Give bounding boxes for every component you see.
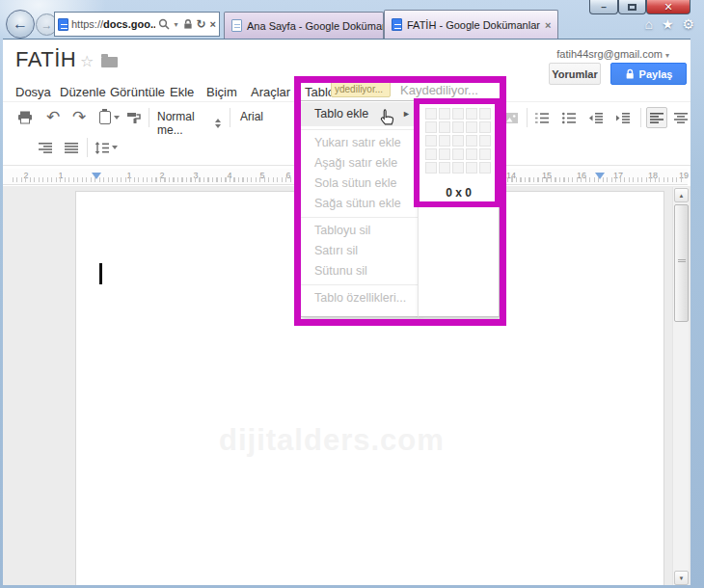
tab-fatih-active[interactable]: FATİH - Google Dokümanlar × xyxy=(384,10,558,39)
ruler-label: 2 xyxy=(159,171,164,180)
minimize-button[interactable]: – xyxy=(589,0,618,14)
ruler-label: 1 xyxy=(58,171,63,180)
close-window-button[interactable]: ✕ xyxy=(646,0,690,14)
tab-label: Ana Sayfa - Google Dokümanlar xyxy=(247,20,384,32)
account-menu[interactable]: fatih44srg@gmail.com ▾ xyxy=(556,48,669,60)
redo-icon[interactable]: ↷ xyxy=(69,109,89,126)
ruler-label: 16 xyxy=(577,171,586,180)
ruler-label: 1 xyxy=(126,171,131,180)
menu-araclar[interactable]: Araçlar xyxy=(251,85,290,99)
font-dropdown[interactable]: Arial xyxy=(240,110,263,123)
align-left-icon[interactable] xyxy=(646,107,667,128)
docs-favicon-icon xyxy=(392,18,402,31)
stop-icon[interactable]: × xyxy=(210,18,216,30)
line-spacing-icon[interactable] xyxy=(93,139,112,156)
maximize-button[interactable] xyxy=(618,0,646,14)
print-icon[interactable] xyxy=(15,109,35,126)
vertical-scrollbar[interactable]: ▲ ▼ xyxy=(672,187,689,585)
window-controls: – ✕ xyxy=(589,0,690,14)
ruler-label: 18 xyxy=(648,171,658,180)
ruler-label: 17 xyxy=(613,171,623,180)
line-spacing-dropdown-icon[interactable] xyxy=(110,139,120,156)
updown-icon xyxy=(215,119,221,128)
menu-ekle[interactable]: Ekle xyxy=(170,85,194,99)
align-right-icon[interactable] xyxy=(36,139,55,156)
url-host: docs.goo... xyxy=(103,18,155,30)
docs-page: FATİH ☆ fatih44srg@gmail.com ▾ Yorumlar … xyxy=(3,39,690,585)
watermark-text: dijitalders.com xyxy=(219,423,445,458)
search-icon[interactable] xyxy=(158,18,170,30)
folder-icon[interactable] xyxy=(101,57,118,67)
lock-icon xyxy=(625,67,635,80)
ruler-label: 3 xyxy=(193,171,198,180)
lock-icon xyxy=(182,18,193,30)
ruler-label: 19 xyxy=(679,171,689,180)
maximize-icon xyxy=(628,4,636,11)
scrollbar-thumb[interactable] xyxy=(674,204,689,322)
menu-goruntule[interactable]: Görüntüle xyxy=(110,85,165,99)
url-text: https://docs.goo... xyxy=(71,18,155,30)
decrease-indent-icon[interactable] xyxy=(586,109,606,126)
text-cursor xyxy=(99,263,102,284)
favorites-star-icon[interactable]: ★ xyxy=(662,16,674,32)
settings-gear-icon[interactable]: ⚙ xyxy=(682,16,694,32)
address-bar[interactable]: https://docs.goo... ▾ ↻ × xyxy=(54,12,220,37)
menu-dosya[interactable]: Dosya xyxy=(15,85,51,99)
ruler-label: 15 xyxy=(542,171,552,180)
numbered-list-icon[interactable] xyxy=(532,109,552,126)
ruler-label: 5 xyxy=(259,171,264,180)
ruler-label: 6 xyxy=(285,171,290,180)
browser-window: – ✕ ← → https://docs.goo... ▾ ↻ × Ana Sa… xyxy=(0,0,704,588)
align-center-icon[interactable] xyxy=(671,109,690,126)
paste-dropdown-icon[interactable] xyxy=(112,109,122,126)
star-outline-icon[interactable]: ☆ xyxy=(80,52,94,70)
increase-indent-icon[interactable] xyxy=(613,109,633,126)
ruler-label: 14 xyxy=(506,171,516,180)
undo-icon[interactable]: ↶ xyxy=(43,109,63,126)
scroll-up-icon[interactable]: ▲ xyxy=(674,188,689,202)
menu-bicim[interactable]: Biçim xyxy=(206,85,237,99)
bulleted-list-icon[interactable] xyxy=(559,109,579,126)
chevron-down-icon: ▾ xyxy=(665,51,669,60)
scroll-down-icon[interactable]: ▼ xyxy=(674,571,689,585)
share-button[interactable]: Paylaş xyxy=(610,63,687,85)
menu-duzenle[interactable]: Düzenle xyxy=(60,85,106,99)
annotation-highlight-inner xyxy=(414,98,501,207)
document-title[interactable]: FATİH xyxy=(15,47,76,72)
back-button[interactable]: ← xyxy=(6,10,35,39)
comments-button[interactable]: Yorumlar xyxy=(549,63,601,85)
share-label: Paylaş xyxy=(639,68,673,80)
ruler-label: 4 xyxy=(227,171,231,180)
refresh-icon[interactable]: ↻ xyxy=(197,17,206,31)
home-icon[interactable]: ⌂ xyxy=(644,16,652,32)
tab-ana-sayfa[interactable]: Ana Sayfa - Google Dokümanlar xyxy=(224,12,384,39)
left-margin-marker[interactable] xyxy=(92,173,101,179)
address-dropdown-icon[interactable]: ▾ xyxy=(174,20,177,29)
tab-label: FATİH - Google Dokümanlar xyxy=(407,19,540,31)
docs-favicon-icon xyxy=(58,18,68,31)
hand-cursor-icon xyxy=(378,108,396,128)
paint-format-icon[interactable] xyxy=(124,109,144,126)
page-favicon-icon xyxy=(231,19,242,32)
ruler-label: 2 xyxy=(23,171,28,180)
justify-icon[interactable] xyxy=(62,139,81,156)
right-margin-marker[interactable] xyxy=(595,173,605,179)
tab-close-icon[interactable]: × xyxy=(545,19,551,31)
